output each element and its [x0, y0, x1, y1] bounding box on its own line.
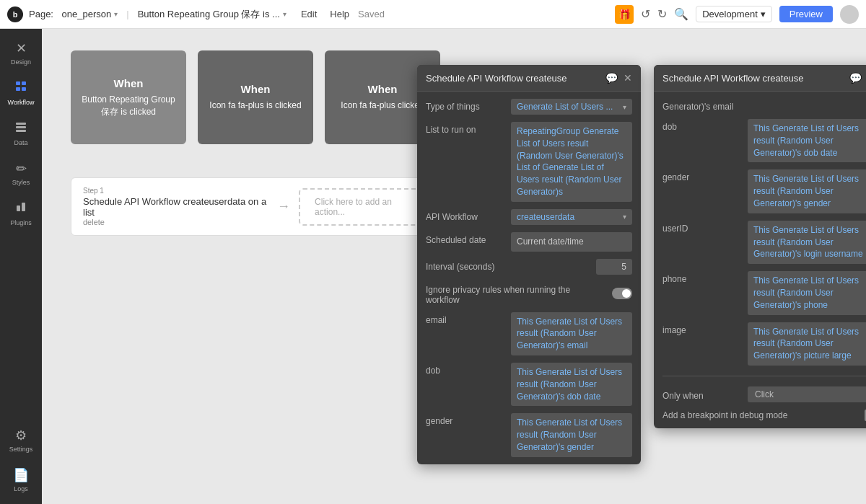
scheduled-date-text: Current date/time: [511, 232, 632, 252]
list-to-run-value[interactable]: RepeatingGroup Generate List of Users re…: [511, 122, 632, 202]
page-selector[interactable]: Page: one_person ▾: [29, 9, 118, 19]
card-desc-2: Icon fa fa-plus clicked: [341, 100, 424, 112]
r-gender-value[interactable]: This Generate List of Users result (Rand…: [748, 169, 866, 213]
search-icon[interactable]: 🔍: [674, 7, 688, 21]
step-delete-link[interactable]: delete: [83, 218, 268, 226]
api-workflow-label: API Workflow: [426, 209, 505, 222]
field-type-of-things: Type of things Generate List of Users ..…: [426, 99, 632, 115]
gender-value[interactable]: This Generate List of Users result (Rand…: [511, 413, 632, 456]
r-only-when-label: Only when: [662, 388, 742, 401]
modal-right-body: Generator)'s email dob This Generate Lis…: [654, 92, 866, 428]
card-desc-1: Icon fa fa-plus is clicked: [209, 100, 301, 112]
styles-icon: ✏: [16, 161, 27, 177]
r-image-value[interactable]: This Generate List of Users result (Rand…: [748, 322, 866, 366]
r-phone-text: This Generate List of Users result (Rand…: [748, 271, 866, 314]
modal-left-title: Schedule API Workflow createuse: [426, 73, 567, 84]
modal-right-title: Schedule API Workflow createuse: [662, 73, 804, 84]
workflow-card-0[interactable]: When Button Repeating Group 保存 is clicke…: [71, 50, 186, 144]
r-phone-value[interactable]: This Generate List of Users result (Rand…: [748, 271, 866, 314]
field-scheduled-date: Scheduled date Current date/time: [426, 232, 632, 252]
sidebar-item-plugins[interactable]: Plugins: [0, 195, 42, 232]
r-userid-text: This Generate List of Users result (Rand…: [748, 221, 866, 264]
sidebar-label-design: Design: [11, 58, 31, 66]
modal-left-header: Schedule API Workflow createuse 💬 ✕: [417, 65, 641, 92]
step-add-action[interactable]: Click here to add an action...: [299, 188, 434, 226]
sidebar-item-settings[interactable]: ⚙ Settings: [0, 422, 42, 459]
preview-button[interactable]: Preview: [779, 6, 833, 22]
interval-label: Interval (seconds): [426, 259, 505, 272]
r-gender-text: This Generate List of Users result (Rand…: [748, 169, 866, 213]
workflow-card-1[interactable]: When Icon fa fa-plus is clicked: [198, 50, 313, 144]
design-icon: ✕: [16, 40, 27, 56]
email-value[interactable]: This Generate List of Users result (Rand…: [511, 312, 632, 355]
dob-text: This Generate List of Users result (Rand…: [511, 363, 632, 406]
modal-left-close-icon[interactable]: ✕: [624, 72, 632, 84]
sidebar-item-design[interactable]: ✕ Design: [0, 35, 42, 71]
field-r-breakpoint: Add a breakpoint in debug mode: [662, 410, 866, 421]
r-dob-value[interactable]: This Generate List of Users result (Rand…: [748, 119, 866, 162]
field-r-gender: gender This Generate List of Users resul…: [662, 169, 866, 213]
avatar[interactable]: [840, 5, 859, 24]
page-name: one_person: [62, 9, 112, 19]
gender-label: gender: [426, 413, 505, 426]
email-label: email: [426, 312, 505, 325]
undo-icon[interactable]: ↺: [641, 7, 650, 21]
svg-rect-5: [16, 126, 26, 128]
type-of-things-value[interactable]: Generate List of Users ... ▾: [511, 99, 632, 115]
svg-rect-4: [16, 123, 26, 125]
svg-rect-2: [22, 81, 26, 85]
modal-right-divider: [662, 376, 866, 376]
sidebar-item-data[interactable]: Data: [0, 115, 42, 152]
settings-icon: ⚙: [15, 428, 27, 443]
environment-selector[interactable]: Development ▾: [696, 6, 772, 22]
modal-left-comment-icon[interactable]: 💬: [605, 72, 618, 84]
svg-rect-6: [16, 130, 26, 132]
field-dob: dob This Generate List of Users result (…: [426, 363, 632, 406]
r-email-partial-label: Generator)'s email: [662, 99, 742, 112]
modal-right-header: Schedule API Workflow createuse 💬 ✕: [654, 65, 866, 92]
main-layout: ✕ Design Workflow Data ✏ Styles Plugins: [0, 29, 866, 504]
gift-icon[interactable]: 🎁: [615, 5, 634, 24]
page-chevron-icon: ▾: [114, 10, 118, 18]
r-userid-value[interactable]: This Generate List of Users result (Rand…: [748, 221, 866, 264]
modal-left: Schedule API Workflow createuse 💬 ✕ Type…: [417, 65, 641, 464]
api-workflow-select[interactable]: createuserdata ▾: [511, 209, 632, 225]
r-gender-label: gender: [662, 169, 742, 182]
gender-text: This Generate List of Users result (Rand…: [511, 413, 632, 456]
topbar: b Page: one_person ▾ | Button Repeating …: [0, 0, 866, 29]
r-dob-label: dob: [662, 119, 742, 132]
api-workflow-value[interactable]: createuserdata ▾: [511, 209, 632, 225]
privacy-label: Ignore privacy rules when running the wo…: [426, 282, 606, 305]
scheduled-date-value[interactable]: Current date/time: [511, 232, 632, 252]
sidebar-label-logs: Logs: [14, 485, 28, 492]
field-r-dob: dob This Generate List of Users result (…: [662, 119, 866, 162]
edit-link[interactable]: Edit: [301, 9, 317, 19]
svg-rect-0: [16, 81, 20, 85]
svg-rect-7: [17, 205, 20, 211]
dob-value[interactable]: This Generate List of Users result (Rand…: [511, 363, 632, 406]
r-breakpoint-label: Add a breakpoint in debug mode: [662, 410, 859, 420]
privacy-toggle[interactable]: [612, 288, 632, 299]
modal-right-comment-icon[interactable]: 💬: [849, 72, 862, 84]
field-gender: gender This Generate List of Users resul…: [426, 413, 632, 456]
field-list-to-run: List to run on RepeatingGroup Generate L…: [426, 122, 632, 202]
sidebar-item-logs[interactable]: 📄 Logs: [0, 461, 42, 498]
step-label: Step 1: [83, 187, 268, 195]
redo-icon[interactable]: ↻: [657, 7, 667, 21]
api-workflow-text: createuserdata: [517, 212, 574, 222]
step-content[interactable]: Schedule API Workflow createuserdata on …: [83, 196, 268, 218]
sidebar-label-styles: Styles: [12, 179, 30, 186]
r-only-when-input[interactable]: Click: [748, 386, 866, 402]
modal-left-actions: 💬 ✕: [605, 72, 632, 84]
step-block: Step 1 Schedule API Workflow createuserd…: [83, 187, 268, 226]
sidebar-item-workflow[interactable]: Workflow: [0, 74, 42, 112]
help-link[interactable]: Help: [330, 9, 349, 19]
type-of-things-select[interactable]: Generate List of Users ... ▾: [511, 99, 632, 115]
interval-input[interactable]: 5: [596, 259, 632, 275]
current-tab[interactable]: Button Repeating Group 保存 is ... ▾: [138, 8, 287, 21]
type-of-things-chevron-icon: ▾: [623, 103, 626, 111]
field-r-image: image This Generate List of Users result…: [662, 322, 866, 366]
dob-label: dob: [426, 363, 505, 376]
sidebar-item-styles[interactable]: ✏ Styles: [0, 155, 42, 192]
card-when-2: When: [368, 83, 398, 95]
